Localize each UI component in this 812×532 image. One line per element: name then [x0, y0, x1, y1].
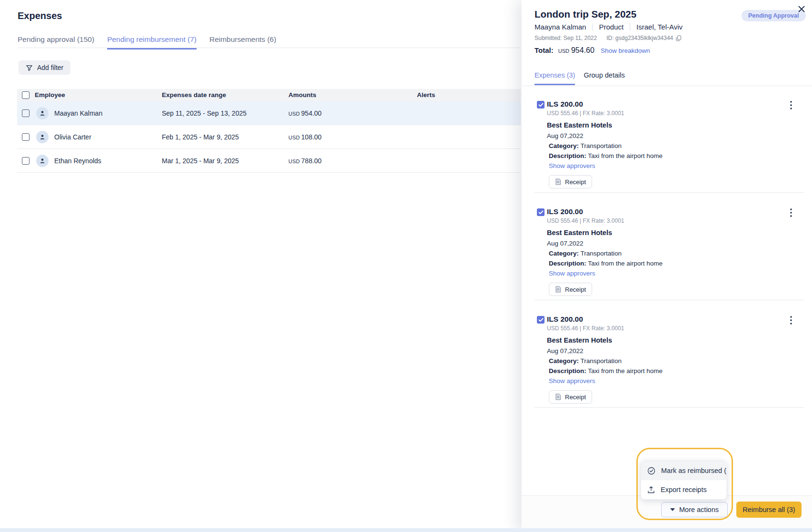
tab-expenses[interactable]: Expenses (3) — [535, 71, 575, 85]
description-label: Description: — [549, 260, 586, 267]
receipt-button[interactable]: Receipt — [549, 390, 592, 404]
description-label: Description: — [549, 367, 586, 374]
table-row[interactable]: Maayan Kalman Sep 11, 2025 - Sep 13, 202… — [17, 101, 521, 125]
column-employee: Employee — [35, 89, 65, 101]
card-divider — [535, 300, 803, 300]
expense-date: Aug 07,2022 — [547, 240, 802, 247]
amount: USD788.00 — [288, 149, 322, 173]
row-checkbox[interactable] — [22, 133, 30, 141]
column-amounts: Amounts — [288, 89, 317, 101]
expense-description: Description: Taxi from the airport home — [549, 367, 802, 374]
trip-location: Israel, Tel-Aviv — [636, 23, 683, 31]
avatar — [36, 155, 49, 167]
row-checkbox[interactable] — [22, 157, 30, 165]
filter-icon — [26, 64, 33, 71]
expense-description: Description: Taxi from the airport home — [549, 260, 802, 267]
expense-checkbox-checked[interactable] — [537, 101, 545, 108]
more-actions-label: More actions — [679, 506, 719, 513]
receipt-icon — [555, 178, 561, 185]
description-value: Taxi from the airport home — [586, 152, 663, 159]
expense-merchant: Best Eastern Hotels — [547, 121, 802, 129]
show-approvers-link[interactable]: Show approvers — [549, 270, 595, 277]
receipt-button[interactable]: Receipt — [549, 175, 592, 188]
tab-group-details[interactable]: Group details — [584, 71, 624, 85]
menu-item-label: Mark as reimbursed (3) — [661, 467, 727, 474]
date-range: Mar 1, 2025 - Mar 9, 2025 — [162, 149, 239, 173]
receipt-icon — [555, 286, 561, 293]
expense-card: ILS 200.00 USD 555.46 | FX Rate: 3.0001 … — [537, 312, 802, 404]
reimburse-all-button[interactable]: Reimburse all (3) — [736, 502, 802, 518]
kebab-menu-icon[interactable] — [790, 207, 799, 218]
submitted-date: Submitted: Sep 11, 2022 — [535, 35, 597, 41]
status-badge: Pending Approval — [742, 10, 806, 21]
column-alerts: Alerts — [417, 89, 435, 101]
kebab-menu-icon[interactable] — [790, 315, 799, 325]
show-breakdown-link[interactable]: Show breakdown — [601, 47, 650, 54]
expense-card: ILS 200.00 USD 555.46 | FX Rate: 3.0001 … — [537, 205, 802, 296]
receipt-icon — [555, 394, 561, 400]
page-title: Expenses — [18, 10, 62, 21]
copy-icon[interactable] — [676, 35, 682, 41]
show-approvers-link[interactable]: Show approvers — [549, 162, 595, 169]
category-value: Transportation — [579, 250, 622, 257]
expense-checkbox-checked[interactable] — [537, 316, 545, 324]
trip-department: Product — [599, 23, 624, 31]
add-filter-label: Add filter — [37, 64, 63, 71]
expenses-table: Employee Expenses date range Amounts Ale… — [17, 89, 521, 173]
expenses-main: Expenses Pending approval (150) Pending … — [0, 0, 522, 532]
panel-tabs: Expenses (3) Group details — [535, 71, 625, 85]
expense-merchant: Best Eastern Hotels — [547, 336, 802, 344]
show-approvers-link[interactable]: Show approvers — [549, 377, 595, 384]
category-label: Category: — [549, 357, 579, 365]
card-divider — [535, 192, 803, 193]
panel-footer: More actions Reimburse all (3) — [522, 495, 812, 528]
expense-category: Category: Transportation — [549, 142, 802, 149]
description-value: Taxi from the airport home — [586, 260, 663, 267]
menu-item-mark-reimbursed[interactable]: Mark as reimbursed (3) — [641, 461, 726, 480]
panel-tabs-divider — [522, 86, 812, 86]
currency-code: USD — [288, 111, 300, 117]
menu-item-export-receipts[interactable]: Export receipts — [641, 480, 726, 499]
trip-id: ID: gsdg23435lklkjw34344 — [606, 35, 673, 41]
expense-merchant: Best Eastern Hotels — [547, 229, 802, 236]
category-value: Transportation — [579, 357, 622, 365]
row-checkbox[interactable] — [22, 109, 30, 117]
avatar — [36, 107, 49, 119]
divider — [592, 23, 593, 31]
total-label: Total: — [535, 46, 554, 54]
expense-category: Category: Transportation — [549, 250, 802, 257]
close-icon[interactable] — [798, 4, 807, 14]
receipt-button[interactable]: Receipt — [549, 283, 592, 296]
category-label: Category: — [549, 142, 579, 149]
expense-amount: ILS 200.00 — [547, 97, 802, 108]
employee-name: Olivia Carter — [54, 125, 91, 149]
card-divider — [535, 407, 803, 408]
expense-date: Aug 07,2022 — [547, 347, 802, 355]
export-icon — [647, 486, 655, 494]
expense-checkbox-checked[interactable] — [537, 208, 545, 216]
date-range: Feb 1, 2025 - Mar 9, 2025 — [162, 125, 239, 149]
more-actions-menu: Mark as reimbursed (3) Export receipts — [641, 461, 727, 500]
currency-code: USD — [288, 135, 300, 140]
expense-converted: USD 555.46 | FX Rate: 3.0001 — [547, 325, 802, 332]
amount-value: 954.00 — [301, 109, 322, 117]
chevron-down-icon — [670, 508, 675, 511]
table-row[interactable]: Olivia Carter Feb 1, 2025 - Mar 9, 2025 … — [17, 125, 521, 149]
total-currency: USD — [558, 48, 569, 54]
menu-item-label: Export receipts — [661, 486, 707, 493]
expense-converted: USD 555.46 | FX Rate: 3.0001 — [547, 110, 802, 117]
add-filter-button[interactable]: Add filter — [19, 60, 70, 75]
table-row[interactable]: Ethan Reynolds Mar 1, 2025 - Mar 9, 2025… — [17, 149, 521, 173]
receipt-label: Receipt — [565, 394, 586, 401]
amount-value: 788.00 — [301, 157, 322, 165]
divider — [630, 23, 630, 31]
select-all-checkbox[interactable] — [22, 91, 30, 99]
expense-amount: ILS 200.00 — [547, 312, 802, 324]
panel-title: London trip Sep, 2025 — [535, 9, 636, 20]
column-date-range: Expenses date range — [162, 89, 226, 101]
avatar — [36, 131, 49, 143]
table-header: Employee Expenses date range Amounts Ale… — [17, 89, 521, 101]
more-actions-button[interactable]: More actions — [661, 502, 728, 517]
expense-converted: USD 555.46 | FX Rate: 3.0001 — [547, 217, 802, 224]
kebab-menu-icon[interactable] — [790, 100, 799, 110]
